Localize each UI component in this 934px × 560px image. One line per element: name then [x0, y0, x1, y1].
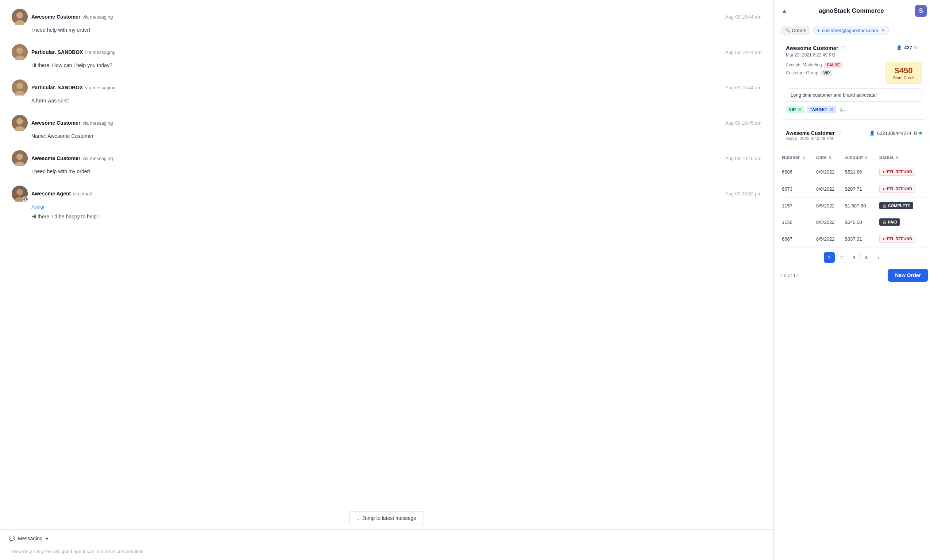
page-3-button[interactable]: 3: [849, 252, 860, 263]
table-row[interactable]: 66678/5/2022$337.31↩ PTL REFUND: [780, 231, 928, 248]
avatar: [12, 80, 28, 95]
col-status[interactable]: Status ⇅: [877, 152, 928, 163]
message-meta: Particular. SANDBOXvia messaging: [31, 49, 722, 55]
customer-card-1: Awesome Customer ♡ 👤 427 ⧉ ↑ Mar 23, 202…: [780, 38, 928, 120]
pagination-next-button[interactable]: ›: [874, 252, 885, 263]
tag-vip-close[interactable]: ✕: [798, 107, 801, 112]
sender-name: Awesome Agent: [31, 191, 71, 197]
sender-via: via messaging: [85, 85, 116, 91]
customer2-name: Awesome Customer: [786, 130, 835, 136]
col-date[interactable]: Date ⇅: [814, 152, 843, 163]
external-link2-icon[interactable]: ⧉: [914, 130, 917, 136]
message-header: Awesome Customervia messagingAug 09 10:4…: [12, 150, 761, 166]
avatar: [12, 44, 28, 60]
table-row[interactable]: 66868/9/2022$521.86↩ PTL REFUND: [780, 163, 928, 180]
order-number: 6673: [780, 180, 814, 198]
chart-icon[interactable]: ↑: [920, 45, 922, 50]
page-2-button[interactable]: 2: [836, 252, 847, 263]
filter-row: 🔍 Orders ▾ customer@agnostack.com ✕: [774, 22, 934, 38]
message-header: Awesome Customervia messagingAug 09 10:4…: [12, 115, 761, 131]
message-group: Awesome Customervia messagingAug 09 10:4…: [12, 150, 761, 175]
add-tag-icon[interactable]: 🏷: [840, 106, 846, 113]
message-time: Aug 09 10:44 am: [725, 85, 761, 91]
message-meta: Awesome Agentvia email: [31, 191, 722, 197]
tag-vip[interactable]: VIP ✕: [786, 106, 805, 113]
messaging-footer: 💬 Messaging ▾ View only. Only the assign…: [0, 529, 773, 560]
order-number: 6686: [780, 163, 814, 180]
messaging-toggle[interactable]: 💬 Messaging ▾: [9, 535, 764, 542]
col-amount[interactable]: Amount ⇅: [843, 152, 877, 163]
customer-group-label: Customer Group: [786, 70, 818, 75]
message-time: Aug 09 10:44 am: [725, 49, 761, 55]
message-body: A form was sent:: [31, 97, 761, 105]
status-icon: 🔒: [882, 204, 886, 208]
tag-target-close[interactable]: ✕: [830, 107, 833, 112]
store-credit-label: Store Credit: [892, 75, 916, 80]
col-number[interactable]: Number ⇅: [780, 152, 814, 163]
order-status: 🔒 COMPLETE: [877, 198, 928, 214]
customer1-heart-icon[interactable]: ♡: [841, 45, 845, 51]
order-status: ↩ PTL REFUND: [877, 180, 928, 198]
sender-via: via email: [73, 191, 92, 197]
email-filter-chip[interactable]: ▾ customer@agnostack.com ✕: [813, 26, 889, 35]
message-group: Awesome Agentvia emailAug 09 08:52 pmAss…: [12, 186, 761, 221]
sender-via: via messaging: [82, 14, 113, 20]
accepts-marketing-label: Accepts Marketing: [786, 62, 822, 68]
assign-link[interactable]: Assign: [31, 204, 46, 210]
message-time: Aug 09 08:52 pm: [725, 191, 761, 197]
tag-target[interactable]: TARGET ✕: [807, 106, 836, 113]
jump-to-latest-button[interactable]: ↓ Jump to latest message: [349, 511, 424, 525]
new-order-button[interactable]: New Order: [888, 269, 928, 282]
sender-name: Awesome Customer: [31, 155, 80, 161]
sender-name: Awesome Customer: [31, 14, 80, 20]
message-header: Particular. SANDBOXvia messagingAug 09 1…: [12, 80, 761, 95]
table-row[interactable]: 11578/5/2022$1,587.60🔒 COMPLETE: [780, 198, 928, 214]
message-header: Awesome Agentvia emailAug 09 08:52 pm: [12, 186, 761, 202]
jump-to-latest-container: ↓ Jump to latest message: [0, 507, 773, 529]
orders-filter-chip[interactable]: 🔍 Orders: [781, 26, 810, 35]
table-row[interactable]: 11568/5/2022$640.00🔒 PAID: [780, 214, 928, 231]
order-amount: $1,587.60: [843, 198, 877, 214]
customer2-date: Aug 5, 2022 3:40:29 PM: [786, 136, 842, 141]
pagination-row: 1 2 3 4 ›: [780, 248, 928, 266]
table-row[interactable]: 66738/6/2022$287.71↩ PTL REFUND: [780, 180, 928, 198]
message-header: Awesome Customervia messagingAug 09 10:4…: [12, 9, 761, 25]
order-number: 1157: [780, 198, 814, 214]
message-body: Hi there. How can I help you today?: [31, 62, 761, 69]
person-icon: 👤: [896, 45, 902, 50]
customer2-heart-icon[interactable]: ♡: [837, 130, 842, 136]
order-status: ↩ PTL REFUND: [877, 163, 928, 180]
avatar: [12, 9, 28, 25]
order-status: ↩ PTL REFUND: [877, 231, 928, 248]
email-dropdown-icon: ▾: [817, 28, 820, 33]
svg-point-16: [16, 189, 23, 195]
agent-badge: [23, 197, 28, 202]
accepts-marketing-row: Accepts Marketing FALSE: [786, 62, 843, 68]
store-credit-box: $450 Store Credit: [885, 62, 922, 84]
message-group: Particular. SANDBOXvia messagingAug 09 1…: [12, 80, 761, 105]
customer2-id: 6221309444274: [877, 131, 911, 136]
svg-point-7: [16, 83, 23, 89]
order-amount: $337.31: [843, 231, 877, 248]
order-amount: $640.00: [843, 214, 877, 231]
customer1-stat: 427: [904, 45, 912, 50]
page-1-button[interactable]: 1: [824, 252, 835, 263]
external-link-icon[interactable]: ⧉: [914, 45, 918, 50]
sender-name: Particular. SANDBOX: [31, 49, 83, 55]
page-4-button[interactable]: 4: [861, 252, 872, 263]
chat-bubble-icon: 💬: [9, 535, 15, 542]
person2-icon: 👤: [869, 131, 875, 135]
svg-point-13: [16, 154, 23, 160]
jump-to-latest-label: Jump to latest message: [362, 515, 416, 521]
order-amount: $521.86: [843, 163, 877, 180]
avatar: [12, 115, 28, 131]
sender-name: Particular. SANDBOX: [31, 85, 83, 91]
collapse-button[interactable]: ▲: [781, 7, 788, 15]
sender-name: Awesome Customer: [31, 120, 80, 126]
email-filter-close[interactable]: ✕: [881, 28, 885, 33]
arrow-down-icon: ↓: [357, 515, 359, 521]
status-icon: 🔒: [882, 220, 886, 224]
status-badge: ↩ PTL REFUND: [879, 185, 916, 193]
message-group: Particular. SANDBOXvia messagingAug 09 1…: [12, 44, 761, 69]
orders-filter-label: Orders: [792, 28, 806, 33]
